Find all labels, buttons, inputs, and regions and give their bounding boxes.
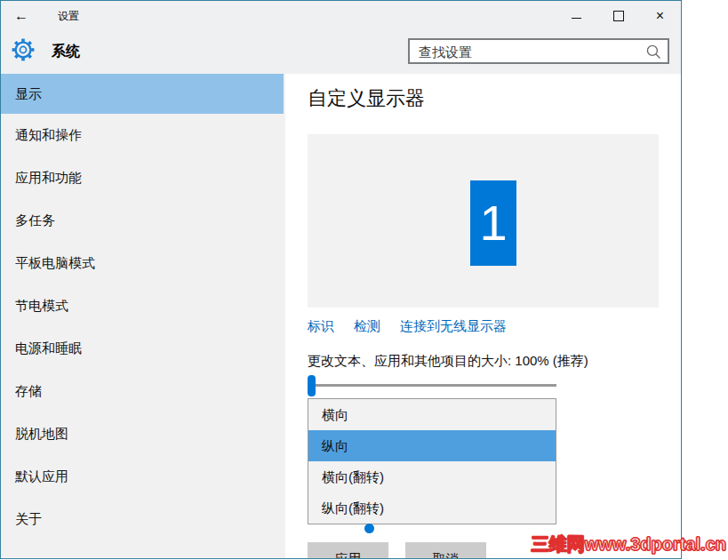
minimize-icon xyxy=(572,18,581,19)
section-title: 系统 xyxy=(52,43,80,61)
back-arrow-icon: ← xyxy=(14,8,28,23)
orientation-option-landscape[interactable]: 横向 xyxy=(308,399,556,430)
header: 系统 xyxy=(1,30,681,74)
sidebar-item-display[interactable]: 显示 xyxy=(1,74,284,114)
search-box[interactable] xyxy=(408,38,669,64)
scale-label: 更改文本、应用和其他项目的大小: 100% (推荐) xyxy=(308,353,588,370)
display-preview: 1 xyxy=(308,134,659,308)
monitor-1[interactable]: 1 xyxy=(470,180,516,266)
sidebar-item-apps-features[interactable]: 应用和功能 xyxy=(1,156,285,199)
sidebar-item-notifications-actions[interactable]: 通知和操作 xyxy=(1,114,285,156)
slider-track[interactable] xyxy=(309,384,556,387)
main-content: 自定义显示器 1 标识 检测 连接到无线显示器 更改文本、应用和其他项目的大小:… xyxy=(285,74,682,559)
search-icon[interactable] xyxy=(645,44,662,64)
search-input[interactable] xyxy=(417,41,643,63)
orientation-option-portrait[interactable]: 纵向 xyxy=(308,430,556,461)
orientation-option-landscape-flipped[interactable]: 横向(翻转) xyxy=(308,461,556,492)
sidebar-item-battery-saver[interactable]: 节电模式 xyxy=(1,284,285,327)
sidebar-item-multitasking[interactable]: 多任务 xyxy=(1,199,285,242)
scale-slider[interactable] xyxy=(308,374,556,397)
hidden-slider-thumb[interactable] xyxy=(364,524,374,533)
slider-thumb[interactable] xyxy=(308,375,316,396)
title-bar: ← 设置 × xyxy=(1,1,681,30)
sidebar-item-power-sleep[interactable]: 电源和睡眠 xyxy=(1,327,285,370)
sidebar-item-tablet-mode[interactable]: 平板电脑模式 xyxy=(1,242,285,284)
window-title: 设置 xyxy=(58,9,79,24)
sidebar: 显示 通知和操作 应用和功能 多任务 平板电脑模式 节电模式 电源和睡眠 存储 … xyxy=(1,74,285,559)
sidebar-item-about[interactable]: 关于 xyxy=(1,498,285,540)
sidebar-item-storage[interactable]: 存储 xyxy=(1,370,285,412)
orientation-dropdown: 横向 纵向 横向(翻转) 纵向(翻转) xyxy=(308,398,556,524)
page-title: 自定义显示器 xyxy=(308,85,425,112)
settings-window: ← 设置 × xyxy=(0,0,682,559)
watermark: 三维网www.3dportal.cn xyxy=(460,532,726,556)
maximize-icon xyxy=(613,11,624,21)
detect-link[interactable]: 检测 xyxy=(354,318,380,335)
apply-button[interactable]: 应用 xyxy=(308,542,388,559)
close-icon: × xyxy=(656,9,664,23)
orientation-option-portrait-flipped[interactable]: 纵向(翻转) xyxy=(308,492,556,524)
monitor-number: 1 xyxy=(479,180,507,266)
minimize-button[interactable] xyxy=(556,1,597,30)
identify-link[interactable]: 标识 xyxy=(308,318,334,335)
wireless-display-link[interactable]: 连接到无线显示器 xyxy=(400,318,507,335)
gear-icon xyxy=(11,37,36,66)
maximize-button[interactable] xyxy=(597,1,639,30)
window-controls: × xyxy=(556,1,681,30)
display-links: 标识 检测 连接到无线显示器 xyxy=(308,318,507,335)
sidebar-item-default-apps[interactable]: 默认应用 xyxy=(1,455,285,498)
sidebar-item-offline-maps[interactable]: 脱机地图 xyxy=(1,412,285,455)
close-button[interactable]: × xyxy=(639,1,681,30)
back-button[interactable]: ← xyxy=(10,4,33,27)
